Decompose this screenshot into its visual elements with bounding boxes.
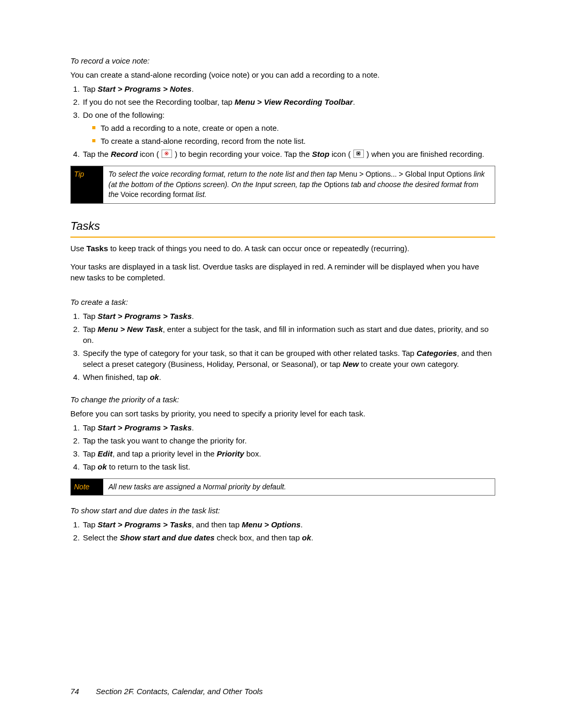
text: Tap [83, 449, 97, 458]
text: to create your own category. [359, 360, 459, 368]
voice-step-3a: To add a recording to a note, create or … [92, 122, 495, 133]
stop-icon [353, 150, 364, 158]
section-title-footer: Section 2F. Contacts, Calendar, and Othe… [96, 687, 263, 696]
tip-body: To select the voice recording format, re… [103, 166, 495, 203]
tasks-title: Tasks [70, 218, 495, 235]
voice-step-2: If you do not see the Recording toolbar,… [82, 96, 495, 107]
ok-word: ok [150, 373, 159, 381]
text: box. [244, 449, 261, 458]
priority-steps: Tap Start > Programs > Tasks. Tap the ta… [70, 422, 495, 472]
text: Tap [83, 84, 97, 93]
voice-step-4: Tap the Record icon ( ) to begin recordi… [82, 149, 495, 159]
path-menu-view-recording: Menu > View Recording Toolbar [235, 97, 353, 106]
priority-intro: Before you can sort tasks by priority, y… [70, 408, 495, 419]
text: Do one of the following: [83, 110, 165, 119]
text: Specify the type of category for your ta… [83, 349, 417, 357]
path-start-programs-notes: Start > Programs > Notes [97, 84, 191, 93]
create-step-4: When finished, tap ok. [82, 372, 495, 382]
path-start-programs-tasks: Start > Programs > Tasks [97, 312, 191, 320]
priority-step-1: Tap Start > Programs > Tasks. [82, 422, 495, 433]
create-step-3: Specify the type of category for your ta… [82, 348, 495, 369]
voice-step-3-options: To add a recording to a note, create or … [92, 122, 495, 146]
text: Tap [83, 312, 97, 320]
create-step-2: Tap Menu > New Task, enter a subject for… [82, 324, 495, 346]
text: list. [193, 190, 206, 199]
priority-step-3: Tap Edit, and tap a priority level in th… [82, 448, 495, 459]
voice-heading: To record a voice note: [70, 55, 495, 66]
path-start-programs-tasks: Start > Programs > Tasks [97, 423, 191, 432]
edit-word: Edit [97, 449, 112, 458]
period: . [353, 97, 355, 106]
text: Tap [83, 462, 97, 471]
text: icon ( [329, 150, 353, 158]
path-start-programs-tasks: Start > Programs > Tasks [97, 520, 191, 529]
period: . [192, 423, 194, 432]
text: check box, and then tap [215, 533, 302, 542]
path-menu-options: Menu > Options [242, 520, 301, 529]
page-number: 74 [70, 687, 79, 696]
new-word: New [342, 360, 359, 368]
text: Tap [83, 520, 97, 529]
dates-step-2: Select the Show start and due dates chec… [82, 532, 495, 543]
period: . [159, 373, 161, 381]
voice-step-3: Do one of the following: To add a record… [82, 109, 495, 146]
text: to keep track of things you need to do. … [108, 244, 409, 253]
voice-step-3b: To create a stand-alone recording, recor… [92, 135, 495, 146]
categories-word: Categories [417, 349, 457, 357]
tasks-para-2: Your tasks are displayed in a task list.… [70, 261, 495, 283]
stop-word: Stop [312, 150, 329, 158]
text: ) when you are finished recording. [364, 150, 484, 158]
path-menu-options-global: Menu > Options... > Global Input Options [339, 170, 471, 178]
period: . [301, 520, 303, 529]
tasks-para-1: Use Tasks to keep track of things you ne… [70, 243, 495, 254]
note-callout: Note All new tasks are assigned a Normal… [70, 478, 495, 496]
section-divider [70, 237, 495, 238]
text: When finished, tap [83, 373, 150, 381]
options-word: Options [324, 180, 349, 189]
text: Tap [83, 325, 97, 334]
priority-step-4: Tap ok to return to the task list. [82, 461, 495, 472]
text: Use [70, 244, 87, 253]
path-menu-new-task: Menu > New Task [97, 325, 163, 334]
create-steps: Tap Start > Programs > Tasks. Tap Menu >… [70, 311, 495, 382]
text: If you do not see the Recording toolbar,… [83, 97, 235, 106]
period: . [191, 84, 193, 93]
document-page: To record a voice note: You can create a… [0, 0, 563, 728]
tasks-word: Tasks [87, 244, 108, 253]
priority-word: Priority [217, 449, 244, 458]
voice-steps: Tap Start > Programs > Notes. If you do … [70, 83, 495, 159]
ok-word: ok [302, 533, 311, 542]
record-word: Record [111, 150, 138, 158]
show-dates-word: Show start and due dates [120, 533, 215, 542]
text: To select the voice recording format, re… [108, 170, 339, 178]
text: Select the [83, 533, 120, 542]
create-heading: To create a task: [70, 297, 495, 307]
period: . [311, 533, 313, 542]
dates-heading: To show start and due dates in the task … [70, 505, 495, 516]
text: to return to the task list. [107, 462, 190, 471]
page-footer: 74 Section 2F. Contacts, Calendar, and O… [70, 686, 263, 697]
text: , and then tap [192, 520, 242, 529]
tip-label: Tip [71, 166, 103, 203]
note-label: Note [71, 479, 103, 496]
tip-callout: Tip To select the voice recording format… [70, 166, 495, 204]
text: , and tap a priority level in the [113, 449, 217, 458]
priority-heading: To change the priority of a task: [70, 394, 495, 405]
priority-step-2: Tap the task you want to change the prio… [82, 435, 495, 446]
ok-word: ok [97, 462, 107, 471]
create-step-1: Tap Start > Programs > Tasks. [82, 311, 495, 322]
dates-steps: Tap Start > Programs > Tasks, and then t… [70, 519, 495, 543]
voice-intro: You can create a stand-alone recording (… [70, 69, 495, 80]
voice-recording-format-word: Voice recording format [120, 190, 193, 199]
note-body: All new tasks are assigned a Normal prio… [103, 479, 495, 496]
period: . [192, 312, 194, 320]
text: icon ( [138, 150, 161, 158]
text: Tap the [83, 150, 111, 158]
text: ) to begin recording your voice. Tap the [173, 150, 312, 158]
record-icon [162, 150, 172, 158]
voice-step-1: Tap Start > Programs > Notes. [82, 83, 495, 94]
dates-step-1: Tap Start > Programs > Tasks, and then t… [82, 519, 495, 530]
text: Tap [83, 423, 97, 432]
